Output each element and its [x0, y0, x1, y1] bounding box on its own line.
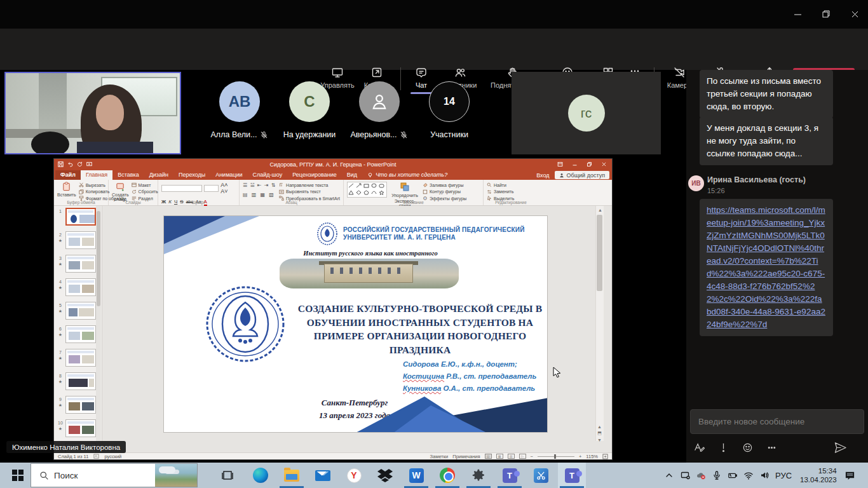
- thumbnail-slide-3[interactable]: 3★: [54, 253, 102, 276]
- taskbar-dropbox[interactable]: [371, 463, 399, 488]
- arrange-button[interactable]: Упорядочить: [391, 193, 418, 198]
- slide-sorter-icon[interactable]: ▦: [496, 454, 503, 459]
- replace-button[interactable]: Заменить: [487, 189, 514, 194]
- signin-link[interactable]: Вход: [536, 172, 549, 179]
- taskbar-word[interactable]: W: [402, 463, 430, 488]
- find-button[interactable]: Найти: [487, 182, 514, 187]
- action-center-icon[interactable]: [842, 463, 858, 488]
- participant-tile[interactable]: АВ Алла Вели...: [205, 81, 275, 139]
- zoom-slider[interactable]: [538, 456, 574, 457]
- participant-tile[interactable]: Аверьянов...: [344, 81, 414, 139]
- ppt-window-controls[interactable]: [557, 161, 607, 167]
- status-language[interactable]: русский: [104, 454, 121, 459]
- tray-mic-icon[interactable]: [709, 463, 724, 488]
- comments-toggle[interactable]: Примечания: [452, 454, 480, 459]
- align-text-button[interactable]: Выровнять текст: [279, 189, 340, 194]
- task-view-button[interactable]: [214, 463, 241, 488]
- taskbar-teams[interactable]: T: [496, 463, 524, 488]
- thumbnail-slide-2[interactable]: 2★: [54, 229, 102, 253]
- zoom-in-button[interactable]: +: [579, 454, 581, 459]
- tray-display-icon[interactable]: [677, 463, 693, 488]
- thumbnail-slide-4[interactable]: 4★: [54, 276, 102, 300]
- tab-animations[interactable]: Анимации: [210, 170, 247, 180]
- priority-icon[interactable]: [718, 442, 729, 453]
- participant-video-tile[interactable]: гс: [512, 72, 661, 154]
- participants-count-tile[interactable]: 14 Участники: [414, 81, 484, 139]
- restore-icon[interactable]: [819, 8, 833, 20]
- start-button[interactable]: [5, 463, 31, 488]
- send-message-button[interactable]: [834, 441, 847, 454]
- taskbar-chrome[interactable]: [433, 463, 461, 488]
- tab-file[interactable]: Файл: [55, 170, 81, 180]
- shape-outline-button[interactable]: Контур фигуры: [423, 189, 466, 194]
- layout-button[interactable]: Макет: [132, 182, 158, 187]
- font-name-select[interactable]: [161, 185, 202, 192]
- minimize-icon[interactable]: [790, 8, 804, 20]
- emoji-icon[interactable]: [742, 442, 753, 453]
- taskbar-settings[interactable]: [465, 463, 492, 488]
- tab-view[interactable]: Вид: [342, 170, 362, 180]
- thumbnail-slide-1[interactable]: 1: [54, 206, 102, 229]
- tab-review[interactable]: Рецензирование: [287, 170, 342, 180]
- format-icon[interactable]: [694, 442, 705, 453]
- tab-design[interactable]: Дизайн: [144, 170, 173, 180]
- chat-message-link[interactable]: https://teams.microsoft.com/l/meetup-joi…: [700, 199, 833, 336]
- tab-home[interactable]: Главная: [81, 170, 112, 180]
- thumbnail-slide-10[interactable]: 10★: [54, 417, 102, 441]
- search-input[interactable]: [54, 471, 155, 480]
- thumbnail-slide-7[interactable]: 7★: [54, 347, 102, 370]
- tab-transitions[interactable]: Переходы: [173, 170, 210, 180]
- taskbar-mail[interactable]: [309, 463, 337, 488]
- text-direction-button[interactable]: Направление текста: [279, 182, 340, 187]
- taskbar-teams-active[interactable]: T: [558, 463, 586, 488]
- paste-button[interactable]: Вставить: [57, 182, 76, 197]
- thumbnail-slide-6[interactable]: 6★: [54, 323, 102, 347]
- participant-tile[interactable]: C На удержании: [275, 81, 344, 139]
- new-slide-button[interactable]: Создать слайд: [112, 182, 129, 201]
- taskbar-yandex[interactable]: Y: [340, 463, 368, 488]
- slide-thumbnail-panel[interactable]: 1 2★ 3★ 4★ 5★: [54, 206, 102, 452]
- volume-icon[interactable]: [756, 463, 772, 488]
- zoom-out-button[interactable]: −: [531, 454, 533, 459]
- thumbnail-slide-8[interactable]: 8★: [54, 370, 102, 394]
- chat-message[interactable]: По ссылке из письма вместо третьей секци…: [700, 70, 833, 118]
- quick-access-toolbar[interactable]: [58, 161, 92, 167]
- wifi-icon[interactable]: [740, 463, 756, 488]
- onedrive-error-icon[interactable]: [693, 463, 709, 488]
- thumbnail-slide-5[interactable]: 5★: [54, 300, 102, 323]
- scrollbar-thumb[interactable]: [597, 215, 602, 291]
- chat-input-box[interactable]: [690, 409, 864, 434]
- normal-view-icon[interactable]: ▤: [485, 454, 492, 459]
- taskbar-explorer[interactable]: [278, 463, 306, 488]
- thumbnail-scrollbar[interactable]: [96, 206, 101, 452]
- slide-nav-buttons[interactable]: ▲⬒▼: [595, 424, 604, 452]
- align-buttons[interactable]: ▤ ▥ ▦ ▧: [243, 192, 276, 198]
- fit-slide-icon[interactable]: [602, 454, 608, 459]
- thumbnail-slide-9[interactable]: 9★: [54, 394, 102, 417]
- notes-toggle[interactable]: Заметки: [430, 454, 449, 459]
- reading-view-icon[interactable]: ▥: [508, 454, 515, 459]
- meeting-link[interactable]: https://teams.microsoft.com/l/meetup-joi…: [707, 205, 825, 329]
- slide[interactable]: РОССИЙСКИЙ ГОСУДАРСТВЕННЫЙ ПЕДАГОГИЧЕСКИ…: [163, 215, 548, 433]
- tab-slideshow[interactable]: Слайд-шоу: [248, 170, 288, 180]
- shapes-gallery[interactable]: [347, 182, 387, 198]
- zoom-level[interactable]: 115%: [586, 454, 598, 459]
- tab-insert[interactable]: Вставка: [112, 170, 144, 180]
- tell-me-box[interactable]: Что вы хотите сделать?: [362, 170, 452, 180]
- battery-icon[interactable]: [724, 463, 740, 488]
- list-buttons[interactable]: ☰ ☱ ⇤ ⇥ ⇅: [243, 182, 276, 188]
- language-indicator[interactable]: РУС: [772, 471, 795, 480]
- taskbar-snipping[interactable]: [527, 463, 555, 488]
- close-icon[interactable]: [848, 8, 862, 20]
- slideshow-view-icon[interactable]: ▷: [519, 454, 526, 459]
- reset-button[interactable]: Сбросить: [132, 189, 158, 194]
- chat-input[interactable]: [691, 410, 864, 433]
- chat-message[interactable]: У меня доклад в секции 3, я не могу туда…: [700, 117, 833, 165]
- shape-fill-button[interactable]: Заливка фигуры: [423, 182, 466, 187]
- weather-widget[interactable]: [155, 464, 197, 487]
- tray-chevron-icon[interactable]: [661, 463, 677, 488]
- webcam-video-tile[interactable]: [4, 72, 181, 154]
- taskbar-search[interactable]: [31, 463, 198, 487]
- font-size-select[interactable]: [204, 185, 219, 192]
- taskbar-clock[interactable]: 15:34 13.04.2023: [795, 466, 842, 484]
